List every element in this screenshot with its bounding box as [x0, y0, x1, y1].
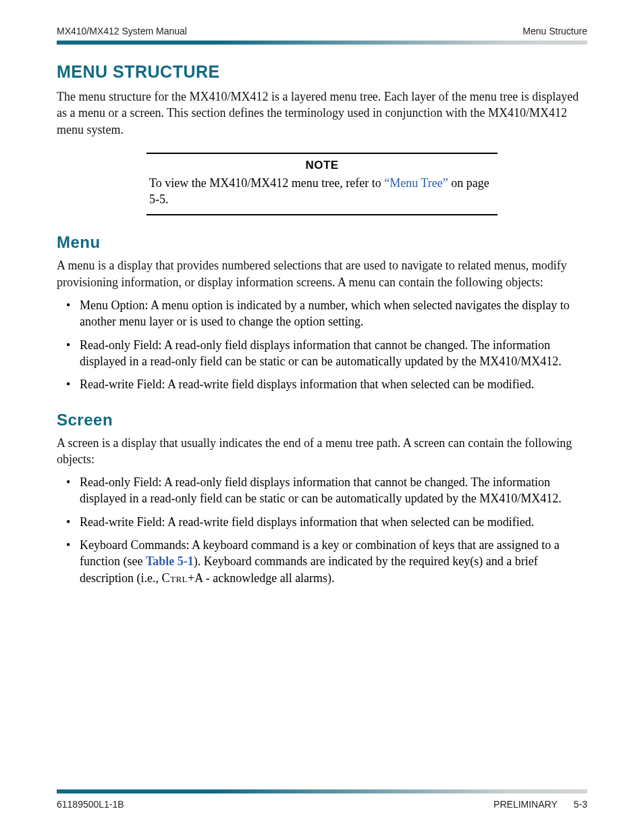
link-menu-tree[interactable]: “Menu Tree” [384, 176, 448, 190]
menu-list: Menu Option: A menu option is indicated … [57, 297, 587, 392]
list-item: Read-write Field: A read-write field dis… [78, 514, 587, 530]
footer-center: PRELIMINARY [493, 799, 558, 810]
para-menu-structure: The menu structure for the MX410/MX412 i… [57, 88, 587, 138]
list-item: Menu Option: A menu option is indicated … [78, 297, 587, 330]
note-label: NOTE [149, 158, 495, 174]
list-item: Read-write Field: A read-write field dis… [78, 376, 587, 392]
header-right: Menu Structure [522, 26, 587, 36]
header-rule [57, 41, 587, 45]
list-item: Keyboard Commands: A keyboard command is… [78, 537, 587, 586]
list-item: Read-only Field: A read-only field displ… [78, 337, 587, 370]
para-menu: A menu is a display that provides number… [57, 257, 587, 290]
link-table-5-1[interactable]: Table 5-1 [146, 554, 194, 568]
para-screen: A screen is a display that usually indic… [57, 435, 587, 468]
heading-menu-structure: MENU STRUCTURE [57, 62, 587, 82]
footer-page-number: 5-3 [574, 799, 587, 810]
screen-list: Read-only Field: A read-only field displ… [57, 474, 587, 586]
heading-menu: Menu [57, 233, 587, 252]
note-block: NOTE To view the MX410/MX412 menu tree, … [146, 153, 498, 216]
note-text-pre: To view the MX410/MX412 menu tree, refer… [149, 176, 384, 190]
kb-text-post: +A - acknowledge all alarms). [188, 571, 335, 585]
footer: 61189500L1-1B PRELIMINARY 5-3 [57, 789, 587, 810]
kb-smallcaps: Ctrl [161, 571, 188, 585]
header-left: MX410/MX412 System Manual [57, 26, 187, 36]
page: MX410/MX412 System Manual Menu Structure… [0, 0, 644, 834]
list-item: Read-only Field: A read-only field displ… [78, 474, 587, 507]
running-header: MX410/MX412 System Manual Menu Structure [57, 26, 587, 36]
footer-rule [57, 789, 587, 793]
footer-left: 61189500L1-1B [57, 799, 124, 810]
heading-screen: Screen [57, 411, 587, 429]
